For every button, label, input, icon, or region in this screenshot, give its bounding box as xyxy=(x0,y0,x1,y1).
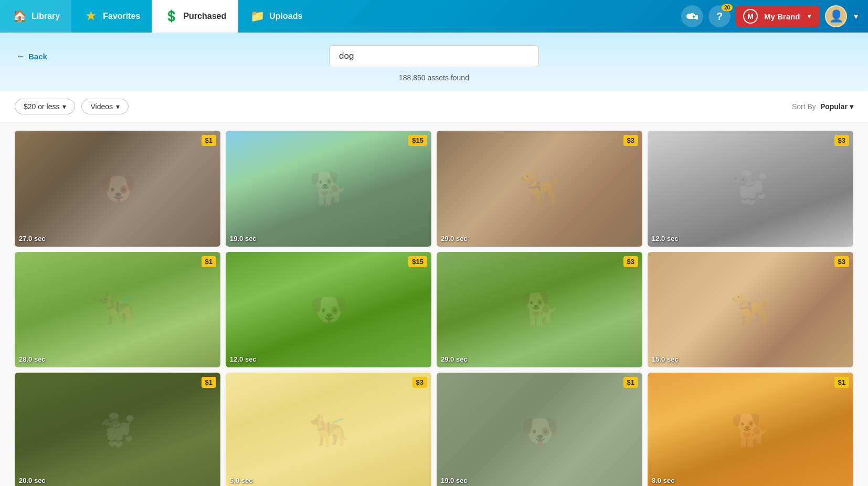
results-count: 188,850 assets found xyxy=(399,73,469,82)
back-button[interactable]: ← Back xyxy=(16,51,47,62)
library-label: Library xyxy=(31,12,60,21)
price-filter-label: $20 or less xyxy=(24,102,59,111)
price-badge: $3 xyxy=(623,135,638,146)
video-item[interactable]: 🦮 $3 29.0 sec xyxy=(437,131,642,247)
search-input[interactable]: dog xyxy=(329,45,539,67)
back-arrow-icon: ← xyxy=(16,51,25,62)
uploads-icon: 📁 xyxy=(249,8,265,24)
duration-badge: 29.0 sec xyxy=(441,355,468,363)
brand-initial: M xyxy=(743,9,758,24)
price-badge: $1 xyxy=(202,256,216,267)
price-badge: $3 xyxy=(834,135,849,146)
duration-badge: 28.0 sec xyxy=(19,355,46,363)
price-badge: $3 xyxy=(834,256,849,267)
cloud-icon xyxy=(686,12,698,21)
sort-value: Popular xyxy=(820,102,848,111)
nav-favorites[interactable]: ★ Favorites xyxy=(71,0,152,33)
type-filter-label: Videos xyxy=(90,102,113,111)
library-icon: 🏠 xyxy=(12,8,27,24)
price-badge: $15 xyxy=(408,256,427,267)
video-item[interactable]: 🐕 $3 29.0 sec xyxy=(437,252,642,368)
video-item[interactable]: 🐶 $1 19.0 sec xyxy=(437,373,642,486)
favorites-label: Favorites xyxy=(103,12,140,21)
duration-badge: 8.0 sec xyxy=(652,477,674,484)
price-badge: $3 xyxy=(623,256,638,267)
duration-badge: 12.0 sec xyxy=(652,235,679,242)
video-item[interactable]: 🐕 $15 19.0 sec xyxy=(226,131,431,247)
video-item[interactable]: 🐶 $1 27.0 sec xyxy=(15,131,220,247)
price-badge: $1 xyxy=(202,135,216,146)
type-filter-chevron: ▾ xyxy=(116,102,120,111)
price-badge: $1 xyxy=(202,377,216,388)
duration-badge: 5.0 sec xyxy=(230,477,252,484)
back-label: Back xyxy=(28,52,47,61)
sort-by-label: Sort By xyxy=(792,102,816,111)
search-bar-container: ← Back dog xyxy=(0,45,868,67)
sort-chevron-icon: ▾ xyxy=(850,102,853,111)
avatar-icon: 👤 xyxy=(829,9,843,23)
price-filter[interactable]: $20 or less ▾ xyxy=(15,99,75,114)
filter-bar: $20 or less ▾ Videos ▾ Sort By Popular ▾ xyxy=(0,91,868,122)
duration-badge: 19.0 sec xyxy=(441,477,468,484)
video-grid: 🐶 $1 27.0 sec 🐕 $15 19.0 sec 🦮 $3 29.0 s… xyxy=(0,122,868,486)
nav-purchased[interactable]: 💲 Purchased xyxy=(152,0,238,33)
price-badge: $1 xyxy=(623,377,638,388)
search-area: ← Back dog 188,850 assets found xyxy=(0,33,868,91)
duration-badge: 19.0 sec xyxy=(230,235,257,242)
notification-badge: 20 xyxy=(722,4,733,11)
duration-badge: 12.0 sec xyxy=(230,355,257,363)
user-avatar[interactable]: 👤 xyxy=(825,5,847,27)
sort-area: Sort By Popular ▾ xyxy=(792,102,853,111)
nav-library[interactable]: 🏠 Library xyxy=(0,0,71,33)
nav-right-area: ? 20 M My Brand ▼ 👤 ▼ xyxy=(681,0,868,33)
purchased-label: Purchased xyxy=(183,12,226,21)
help-icon-btn[interactable]: ? 20 xyxy=(708,5,731,27)
uploads-label: Uploads xyxy=(269,12,302,21)
price-filter-chevron: ▾ xyxy=(62,102,66,111)
price-badge: $3 xyxy=(412,377,427,388)
nav-uploads[interactable]: 📁 Uploads xyxy=(238,0,314,33)
video-item[interactable]: 🐕‍🦺 $3 5.0 sec xyxy=(226,373,431,486)
help-icon: ? xyxy=(716,10,723,23)
video-item[interactable]: 🐩 $1 20.0 sec xyxy=(15,373,220,486)
video-item[interactable]: 🦮 $3 15.0 sec xyxy=(648,252,853,368)
duration-badge: 27.0 sec xyxy=(19,235,46,242)
brand-chevron-icon: ▼ xyxy=(806,13,812,20)
duration-badge: 15.0 sec xyxy=(652,355,679,363)
price-badge: $15 xyxy=(408,135,427,146)
avatar-chevron-icon: ▼ xyxy=(852,12,860,20)
brand-selector[interactable]: M My Brand ▼ xyxy=(736,6,820,27)
brand-name: My Brand xyxy=(764,12,800,21)
favorites-icon: ★ xyxy=(83,8,99,24)
purchased-icon: 💲 xyxy=(163,8,179,24)
video-item[interactable]: 🐕 $1 8.0 sec xyxy=(648,373,853,486)
duration-badge: 20.0 sec xyxy=(19,477,46,484)
type-filter[interactable]: Videos ▾ xyxy=(81,99,129,114)
sort-select[interactable]: Popular ▾ xyxy=(820,102,853,111)
video-item[interactable]: 🐩 $3 12.0 sec xyxy=(648,131,853,247)
price-badge: $1 xyxy=(834,377,849,388)
video-item[interactable]: 🐕‍🦺 $1 28.0 sec xyxy=(15,252,220,368)
duration-badge: 29.0 sec xyxy=(441,235,468,242)
top-navigation: 🏠 Library ★ Favorites 💲 Purchased 📁 Uplo… xyxy=(0,0,868,33)
video-item[interactable]: 🐶 $15 12.0 sec xyxy=(226,252,431,368)
cloud-icon-btn[interactable] xyxy=(681,5,703,27)
